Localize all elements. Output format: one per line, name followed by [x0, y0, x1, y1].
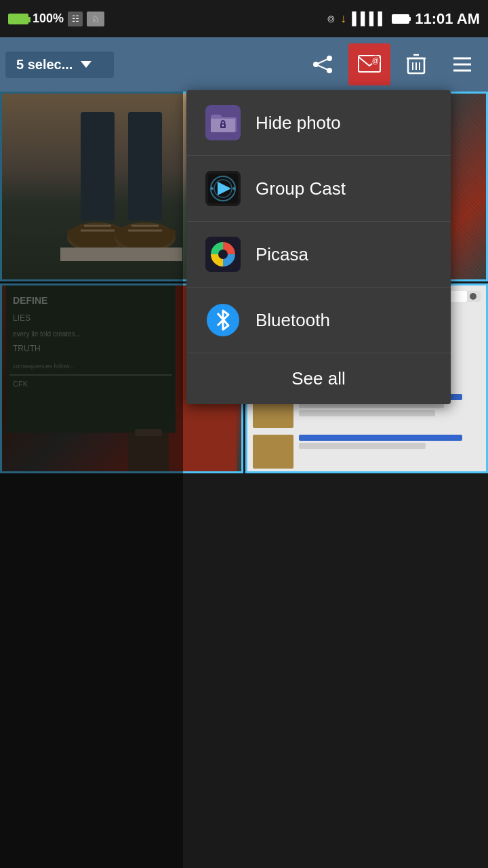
- svg-point-57: [218, 250, 228, 259]
- email-button[interactable]: @: [348, 43, 390, 85]
- bluetooth-label: Bluetooth: [256, 310, 330, 331]
- menu-item-bluetooth[interactable]: Bluetooth: [186, 288, 451, 353]
- bluetooth-icon: [205, 302, 241, 338]
- wifi-icon: ⌾: [327, 12, 335, 26]
- delete-button[interactable]: [396, 44, 436, 85]
- menu-item-see-all[interactable]: See all: [186, 353, 451, 404]
- svg-line-4: [316, 64, 329, 71]
- status-left: 100% ☷ ♘: [8, 12, 104, 26]
- status-bar: 100% ☷ ♘ ⌾ ↓ ▌▌▌▌ 11:01 AM: [0, 0, 488, 37]
- more-options-button[interactable]: [442, 44, 483, 85]
- dropdown-arrow-icon: [81, 61, 92, 68]
- battery-icon-left: [8, 14, 28, 24]
- download-icon: ↓: [340, 12, 346, 26]
- selection-label: 5 selec...: [16, 57, 73, 73]
- group-cast-icon: [205, 171, 241, 206]
- overlay-dim: [0, 92, 183, 868]
- picasa-label: Picasa: [256, 244, 308, 265]
- share-button[interactable]: [302, 44, 343, 85]
- picasa-icon: [205, 237, 241, 272]
- svg-text:@: @: [372, 57, 379, 64]
- hide-photo-label: Hide photo: [256, 113, 341, 134]
- image-icon: ♘: [87, 12, 104, 26]
- group-cast-label: Group Cast: [256, 178, 346, 199]
- svg-point-53: [211, 187, 214, 190]
- svg-point-54: [232, 187, 235, 190]
- menu-item-picasa[interactable]: Picasa: [186, 222, 451, 288]
- dropdown-menu: Hide photo Group Cast: [186, 90, 451, 404]
- see-all-label: See all: [291, 368, 346, 389]
- signal-icon: ▌▌▌▌: [352, 12, 386, 26]
- toolbar: 5 selec... @: [0, 37, 488, 92]
- selection-count[interactable]: 5 selec...: [5, 52, 114, 78]
- battery-icon-right: [392, 14, 409, 24]
- status-right: ⌾ ↓ ▌▌▌▌ 11:01 AM: [327, 10, 480, 28]
- time-display: 11:01 AM: [415, 10, 480, 28]
- svg-line-3: [316, 58, 329, 64]
- menu-item-group-cast[interactable]: Group Cast: [186, 156, 451, 222]
- file-icon: ☷: [68, 12, 83, 26]
- menu-item-hide-photo[interactable]: Hide photo: [186, 90, 451, 156]
- svg-point-48: [222, 125, 224, 127]
- hide-photo-icon: [205, 105, 241, 140]
- battery-percent: 100%: [33, 12, 64, 26]
